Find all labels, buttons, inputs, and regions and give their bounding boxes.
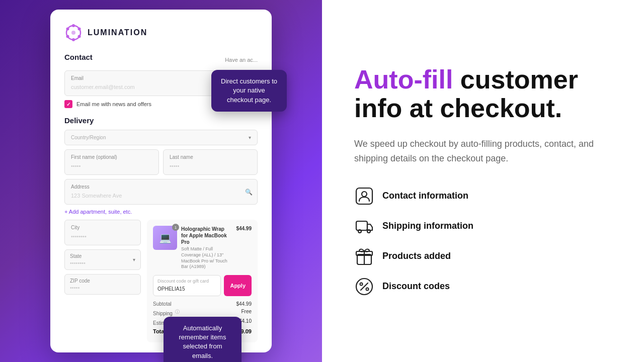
- discount-row: Discount code or gift card OPHELIA15 App…: [153, 275, 252, 296]
- product-image: 1 💻: [153, 226, 177, 250]
- laptop-icon: 💻: [159, 232, 172, 244]
- product-desc: Soft Matte / Full Coverage (ALL) / 13" M…: [181, 246, 232, 270]
- feature-discount: Discount codes: [354, 277, 612, 297]
- main-headline: Auto-fill customer info at checkout.: [354, 65, 612, 123]
- city-field[interactable]: City ••••••••: [64, 220, 141, 245]
- contact-icon: [354, 186, 374, 206]
- feature-contact: Contact information: [354, 186, 612, 206]
- svg-point-17: [366, 288, 369, 290]
- shipping-info-icon: ⓘ: [175, 309, 180, 314]
- state-value: ••••••••: [70, 260, 86, 266]
- apply-button[interactable]: Apply: [224, 275, 252, 296]
- percent-icon: [355, 278, 373, 296]
- person-icon: [355, 187, 373, 205]
- features-list: Contact information Shipping information: [354, 186, 612, 297]
- country-label: Country/Region: [71, 135, 106, 140]
- svg-point-3: [78, 35, 81, 38]
- address-label: Address: [71, 184, 241, 190]
- have-account-text: Have an ac...: [225, 57, 258, 63]
- tooltip-top: Direct customers to your native checkout…: [211, 70, 287, 112]
- city-label: City: [71, 225, 134, 230]
- gift-icon: [355, 247, 373, 265]
- right-panel: Auto-fill customer info at checkout. We …: [322, 0, 644, 362]
- country-arrow-icon: ▾: [249, 135, 251, 140]
- address-input[interactable]: Address 123 Somewhere Ave: [64, 179, 258, 205]
- discount-code-value: OPHELIA15: [157, 286, 185, 292]
- svg-point-12: [367, 230, 370, 233]
- first-name-label: First name (optional): [71, 154, 152, 160]
- discount-input[interactable]: Discount code or gift card OPHELIA15: [153, 275, 221, 296]
- headline-purple: Auto-fill: [354, 65, 453, 94]
- email-checkbox-label: Email me with news and offers: [76, 101, 151, 107]
- email-value: customer.email@test.com: [71, 84, 135, 90]
- truck-icon: [355, 217, 373, 235]
- shipping-row: Shipping ⓘ Free: [153, 309, 252, 316]
- svg-point-11: [358, 230, 361, 233]
- feature-products: Products added: [354, 246, 612, 266]
- delivery-title: Delivery: [64, 116, 258, 125]
- last-name-value: •••••: [170, 163, 179, 169]
- subtotal-value: $44.99: [236, 301, 252, 307]
- first-name-value: •••••: [71, 163, 80, 169]
- product-name: Holographic Wrap for Apple MacBook Pro: [181, 226, 232, 245]
- zip-label: ZIP code: [70, 278, 135, 284]
- svg-point-16: [360, 283, 363, 285]
- state-field[interactable]: State •••••••• ▾: [64, 249, 141, 270]
- svg-point-5: [66, 35, 69, 38]
- discount-label: Discount code or gift card: [157, 279, 216, 284]
- address-value: 123 Somewhere Ave: [71, 193, 122, 199]
- contact-title: Contact: [64, 53, 93, 61]
- address-field-wrapper: Address 123 Somewhere Ave 🔍: [64, 179, 258, 205]
- logo-area: LUMINATION: [64, 24, 258, 42]
- feature-shipping-label: Shipping information: [382, 221, 473, 231]
- first-name-field[interactable]: First name (optional) •••••: [64, 149, 159, 175]
- shipping-icon: [354, 216, 374, 236]
- subtotal-row: Subtotal $44.99: [153, 301, 252, 307]
- last-name-label: Last name: [170, 154, 251, 160]
- svg-point-4: [72, 38, 75, 41]
- subtotal-label: Subtotal: [153, 301, 172, 307]
- product-row: 1 💻 Holographic Wrap for Apple MacBook P…: [153, 226, 252, 270]
- products-icon: [354, 246, 374, 266]
- state-label: State: [70, 253, 86, 259]
- svg-point-9: [362, 192, 367, 197]
- left-panel: LUMINATION Contact Have an ac... Email c…: [0, 0, 322, 362]
- svg-point-1: [72, 24, 75, 27]
- svg-rect-10: [356, 221, 367, 230]
- product-price: $44.99: [236, 226, 252, 231]
- shipping-value: Free: [241, 309, 252, 316]
- svg-point-6: [66, 28, 69, 31]
- lumination-logo-icon: [64, 24, 83, 42]
- state-arrow-icon: ▾: [133, 257, 135, 262]
- country-select[interactable]: Country/Region ▾: [64, 130, 258, 145]
- checkout-card: LUMINATION Contact Have an ac... Email c…: [50, 10, 272, 352]
- shipping-label: Shipping ⓘ: [153, 309, 180, 316]
- feature-products-label: Products added: [382, 251, 451, 261]
- product-qty-badge: 1: [172, 224, 179, 231]
- svg-point-7: [71, 31, 75, 35]
- last-name-field[interactable]: Last name •••••: [163, 149, 258, 175]
- discount-icon: [354, 277, 374, 297]
- svg-point-2: [78, 28, 81, 31]
- feature-discount-label: Discount codes: [382, 281, 450, 292]
- feature-contact-label: Contact information: [382, 191, 468, 201]
- address-bottom-form: City •••••••• State •••••••• ▾ ZIP code …: [64, 220, 141, 295]
- add-apartment-link[interactable]: + Add apartment, suite, etc.: [64, 209, 258, 215]
- zip-field[interactable]: ZIP code •••••: [64, 274, 141, 295]
- feature-shipping: Shipping information: [354, 216, 612, 236]
- logo-text: LUMINATION: [88, 28, 147, 37]
- tooltip-bottom: Automatically remember items selected fr…: [164, 317, 242, 362]
- subtitle-text: We speed up checkout by auto-filling pro…: [354, 137, 596, 166]
- email-checkbox[interactable]: [64, 100, 72, 108]
- zip-value: •••••: [70, 285, 135, 291]
- product-info: Holographic Wrap for Apple MacBook Pro S…: [181, 226, 232, 270]
- city-value: ••••••••: [71, 233, 87, 239]
- address-search-icon: 🔍: [245, 189, 253, 196]
